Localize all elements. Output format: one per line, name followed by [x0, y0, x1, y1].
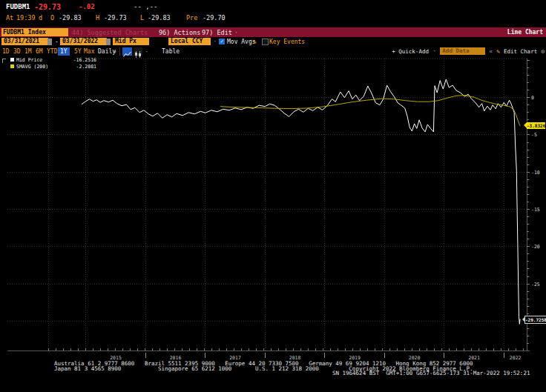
- last-price-badge: -29.7258: [524, 316, 546, 324]
- period-dropdown-icon[interactable]: ▼: [114, 49, 116, 54]
- range-button-1y[interactable]: 1Y: [58, 47, 70, 56]
- date-range-dash: -: [55, 39, 59, 45]
- menu-bar: FUDBM1 Index 44) Suggested Charts 96) Ac…: [0, 27, 546, 37]
- price-field-select[interactable]: Mid Px: [113, 38, 149, 45]
- edit-chart-pencil-icon: ✎: [496, 48, 500, 55]
- quote-time: 19:39: [16, 14, 36, 21]
- legend-swatch-icon: [10, 64, 14, 68]
- prev-label: Pre: [186, 14, 197, 21]
- range-button-ytd[interactable]: YTD: [47, 48, 57, 55]
- key-events-checkbox[interactable]: [262, 39, 269, 45]
- range-button-max[interactable]: Max: [84, 48, 94, 55]
- low-label: L: [140, 14, 144, 21]
- key-events-label[interactable]: Key Events: [269, 39, 305, 45]
- y-axis-label: -15: [531, 207, 540, 213]
- quote-line-2: At 19:39 d O -29.83 H -29.73 L -29.83 Pr…: [0, 14, 546, 22]
- candle-chart-type-button[interactable]: [134, 47, 142, 56]
- add-data-input[interactable]: Add Data: [440, 47, 485, 55]
- range-button-5y[interactable]: 5Y: [74, 48, 82, 55]
- quick-add-dropdown-icon[interactable]: ·: [432, 47, 436, 55]
- edit-dropdown-icon[interactable]: ·: [234, 29, 238, 36]
- toolbar-right-cluster: + Quick-Add · Add Data « ✎ Edit Chart ⚙: [392, 47, 545, 56]
- legend-swatch-icon: [10, 58, 14, 62]
- price-change: -.02: [79, 3, 95, 10]
- edit-menu[interactable]: 97) Edit: [202, 29, 232, 36]
- range-button-6m[interactable]: 6M: [36, 48, 43, 55]
- date-from-input[interactable]: 03/31/2021: [1, 38, 48, 45]
- toolbar-divider: [119, 47, 120, 56]
- at-label: At: [6, 14, 13, 21]
- suggested-charts-menu[interactable]: 44) Suggested Charts: [72, 29, 148, 36]
- y-axis-label: -10: [531, 170, 540, 176]
- smavg-last-value-badge: -3.8326: [527, 122, 545, 129]
- view-title: Line Chart: [507, 29, 543, 36]
- range-button-3d[interactable]: 3D: [13, 48, 21, 55]
- high-value: -29.73: [104, 14, 127, 21]
- currency-more-icon[interactable]: ·: [213, 38, 217, 45]
- legend-value: -2.2081: [76, 64, 96, 70]
- mov-avgs-checkbox[interactable]: ✓: [219, 39, 225, 44]
- y-axis-label: -5: [531, 132, 537, 138]
- session-flag: d: [39, 14, 42, 21]
- line-chart-type-button[interactable]: [122, 47, 132, 56]
- legend-label: Mid Price: [16, 57, 73, 63]
- range-button-1d[interactable]: 1D: [2, 48, 10, 55]
- mov-avgs-label[interactable]: Mov Avgs: [227, 39, 256, 45]
- ticker-symbol: FUDBM1: [6, 3, 30, 10]
- y-axis-label: -25: [531, 282, 540, 288]
- chart-legend: Mid Price-16.2516SMAVG (200)-2.2081: [7, 56, 96, 70]
- badge-arrow-icon: [524, 122, 527, 128]
- date-from-calendar-icon[interactable]: [47, 39, 52, 45]
- security-input[interactable]: FUDBM1 Index: [1, 28, 68, 36]
- prev-value: -29.70: [203, 14, 226, 21]
- actions-dropdown-icon[interactable]: ·: [194, 29, 198, 36]
- candlestick-icon: [134, 50, 142, 59]
- edit-chart-button[interactable]: Edit Chart: [504, 48, 537, 55]
- chart-settings-gear-icon[interactable]: ⚙: [541, 48, 545, 55]
- last-price-badge-text: -29.7258: [525, 317, 546, 322]
- low-value: -29.83: [148, 14, 171, 21]
- mov-avgs-pencil-icon[interactable]: ✎: [253, 39, 257, 45]
- range-button-1m[interactable]: 1M: [24, 48, 32, 55]
- currency-select[interactable]: Local CCY: [168, 38, 211, 45]
- pane-handle-icon[interactable]: [2, 59, 6, 63]
- chart-controls: 03/31/2021 - 03/31/2022 Mid Px Local CCY…: [0, 37, 546, 46]
- open-label: O: [50, 14, 54, 21]
- series-mid-price: [82, 79, 520, 324]
- date-to-input[interactable]: 03/31/2022: [60, 38, 107, 45]
- bid-ask: -- ,--: [134, 3, 158, 10]
- quick-add-button[interactable]: + Quick-Add: [392, 48, 429, 55]
- open-value: -29.83: [59, 14, 82, 21]
- legend-item-1[interactable]: SMAVG (200)-2.2081: [7, 63, 96, 70]
- chart-type-more-icon[interactable]: ·: [145, 48, 148, 56]
- smavg-badge-text: -3.8326: [527, 123, 545, 128]
- y-axis-label: -20: [531, 244, 540, 250]
- high-label: H: [96, 14, 99, 21]
- table-button[interactable]: Table: [162, 48, 180, 55]
- y-axis-label: 0: [531, 95, 534, 101]
- badge-arrow-icon: [522, 316, 525, 322]
- last-price: -29.73: [34, 3, 61, 11]
- quote-line-1: FUDBM1 -29.73 -.02 -- ,--: [0, 3, 546, 12]
- legend-label: SMAVG (200): [16, 64, 76, 70]
- legend-value: -16.2516: [73, 57, 96, 63]
- legend-item-0[interactable]: Mid Price-16.2516: [7, 56, 96, 63]
- x-axis-label: 2022: [510, 355, 522, 361]
- date-to-calendar-icon[interactable]: [106, 39, 111, 45]
- line-chart-icon: [122, 50, 132, 59]
- footer-session-line: SN 1964624 BST GMT+1:00 G657-6625-173 31…: [332, 371, 530, 376]
- collapse-panel-icon[interactable]: «: [489, 48, 493, 55]
